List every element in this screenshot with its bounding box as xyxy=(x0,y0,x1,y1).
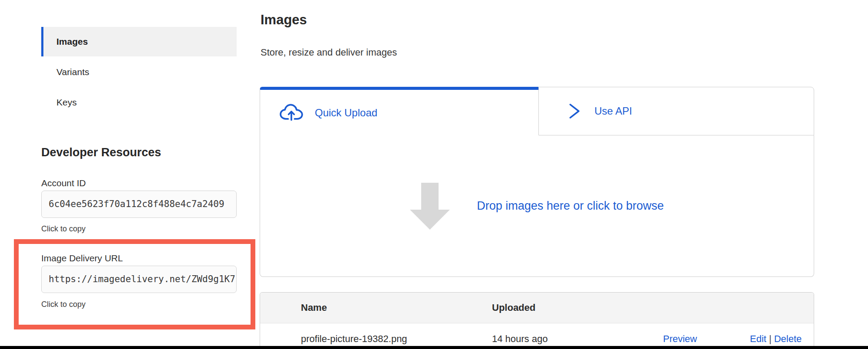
page-subtitle: Store, resize and deliver images xyxy=(261,47,397,58)
screenshot-bottom-edge xyxy=(0,346,868,349)
image-uploaded: 14 hours ago xyxy=(492,333,648,345)
images-table: Name Uploaded profile-picture-19382.png … xyxy=(260,292,814,349)
image-delivery-url-field[interactable]: https://imagedelivery.net/ZWd9g1K7 xyxy=(41,266,237,293)
account-id-label: Account ID xyxy=(41,178,86,188)
arrow-down-icon xyxy=(410,183,450,230)
dropzone-text: Drop images here or click to browse xyxy=(477,199,664,213)
edit-link[interactable]: Edit xyxy=(750,333,766,344)
tab-use-api-label: Use API xyxy=(594,105,632,117)
sidebar-item-images[interactable]: Images xyxy=(41,27,237,56)
tab-use-api[interactable]: Use API xyxy=(538,87,814,135)
sidebar-item-variants[interactable]: Variants xyxy=(41,57,237,87)
table-row: profile-picture-19382.png 14 hours ago P… xyxy=(260,323,814,349)
table-header-name: Name xyxy=(260,302,492,313)
page-title: Images xyxy=(261,12,307,28)
account-id-field[interactable]: 6c04ee5623f70a112c8f488e4c7a2409 xyxy=(41,191,237,218)
sidebar-nav: Images Variants Keys xyxy=(41,27,237,118)
account-id-copy-hint: Click to copy xyxy=(41,224,86,234)
preview-link[interactable]: Preview xyxy=(663,333,697,344)
image-delivery-url-copy-hint: Click to copy xyxy=(41,300,86,309)
image-name: profile-picture-19382.png xyxy=(260,333,492,345)
delete-link[interactable]: Delete xyxy=(774,333,802,344)
actions-separator: | xyxy=(766,333,774,344)
tab-quick-upload-label: Quick Upload xyxy=(315,107,377,119)
table-header-uploaded: Uploaded xyxy=(492,302,648,313)
tab-quick-upload[interactable]: Quick Upload xyxy=(260,87,538,135)
sidebar-item-keys[interactable]: Keys xyxy=(41,88,237,117)
table-header-row: Name Uploaded xyxy=(260,293,814,323)
cloud-upload-icon xyxy=(279,103,304,122)
image-dropzone[interactable]: Drop images here or click to browse xyxy=(260,135,814,277)
chevron-right-icon xyxy=(568,102,581,120)
upload-panel: Quick Upload Use API Drop images here or… xyxy=(260,87,814,277)
developer-resources-heading: Developer Resources xyxy=(41,146,161,159)
image-delivery-url-label: Image Delivery URL xyxy=(41,253,123,263)
